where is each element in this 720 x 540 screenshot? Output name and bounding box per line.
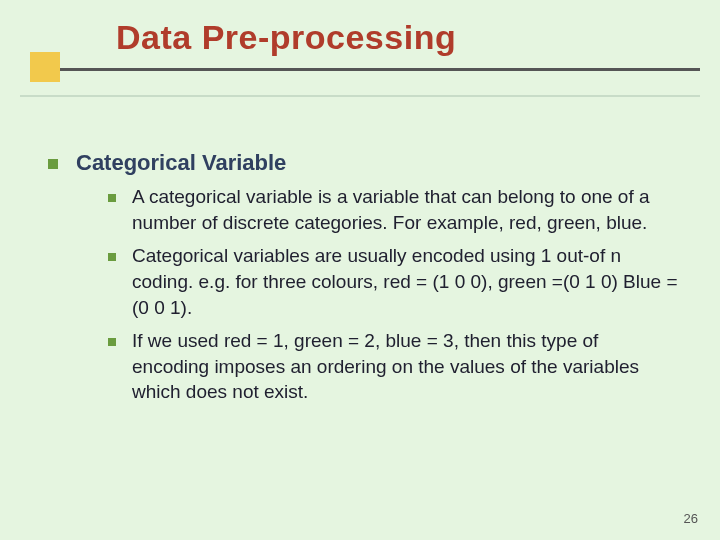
square-bullet-icon <box>48 159 58 169</box>
title-underline-light <box>20 95 700 97</box>
section-heading: Categorical Variable <box>76 150 286 176</box>
list-item: A categorical variable is a variable tha… <box>108 184 680 235</box>
heading-row: Categorical Variable <box>48 150 690 176</box>
bullet-text: If we used red = 1, green = 2, blue = 3,… <box>132 328 680 405</box>
list-item: Categorical variables are usually encode… <box>108 243 680 320</box>
list-item: If we used red = 1, green = 2, blue = 3,… <box>108 328 680 405</box>
page-number: 26 <box>684 511 698 526</box>
content-area: Categorical Variable A categorical varia… <box>0 98 720 405</box>
sub-bullet-list: A categorical variable is a variable tha… <box>48 184 690 405</box>
title-underline-dark <box>40 68 700 71</box>
bullet-text: A categorical variable is a variable tha… <box>132 184 680 235</box>
square-bullet-icon <box>108 253 116 261</box>
title-bar: Data Pre-processing <box>0 0 720 98</box>
slide-title: Data Pre-processing <box>0 18 720 57</box>
bullet-text: Categorical variables are usually encode… <box>132 243 680 320</box>
square-bullet-icon <box>108 194 116 202</box>
square-bullet-icon <box>108 338 116 346</box>
